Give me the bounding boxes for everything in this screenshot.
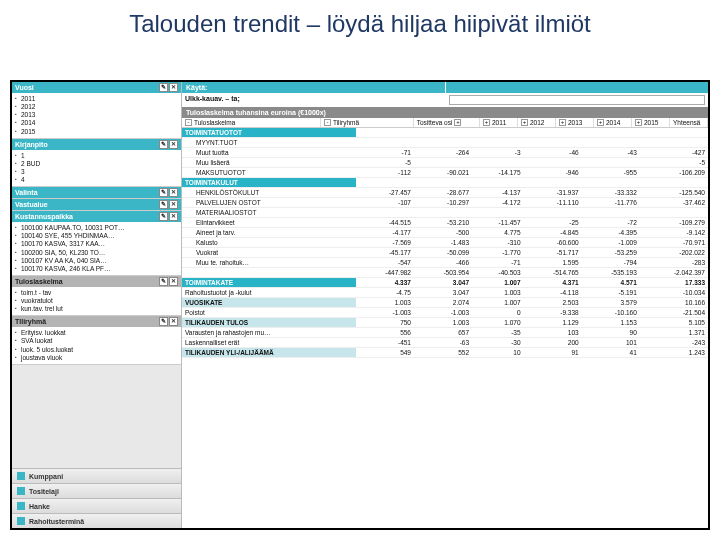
table-row[interactable]: Muu lisäerä-5-5 xyxy=(182,158,708,168)
cell-value: 1.003 xyxy=(356,298,414,308)
table-row[interactable]: TOIMINTAKULUT xyxy=(182,178,708,188)
filter-item[interactable]: 2 BUD xyxy=(15,160,178,168)
accordion-label: Tositelaji xyxy=(29,488,59,495)
table-row[interactable]: HENKILÖSTÖKULUT-27.457-28.677-4.137-31.9… xyxy=(182,188,708,198)
table-row[interactable]: Muut tuotta-71-264-3-46-43-427 xyxy=(182,148,708,158)
accordion-item[interactable]: Hanke xyxy=(12,498,181,513)
table-row[interactable]: Rahoitustuotot ja -kulut-4.753.0471.003-… xyxy=(182,288,708,298)
filter-item[interactable]: 100140 SYE, 455 YHDINMAA… xyxy=(15,232,178,240)
expand-icon[interactable]: - xyxy=(185,119,192,126)
expand-icon[interactable]: - xyxy=(324,119,331,126)
cell-value: -11.110 xyxy=(524,198,582,208)
expand-icon[interactable]: + xyxy=(483,119,490,126)
edit-icon[interactable]: ✎ xyxy=(159,188,168,197)
panel-header[interactable]: Vastualue✎✕ xyxy=(12,199,181,210)
col-year[interactable]: 2014 xyxy=(606,119,620,126)
filter-item[interactable]: 100100 KAUPAA.TO, 10031 POT… xyxy=(15,224,178,232)
col-tositteva[interactable]: Tositteva osi xyxy=(417,119,453,126)
close-icon[interactable]: ✕ xyxy=(169,200,178,209)
filter-item[interactable]: Erityisv. luokkat xyxy=(15,329,178,337)
filter-item[interactable]: 100107 KV AA KA, 040 SIA… xyxy=(15,257,178,265)
cell-value xyxy=(582,208,640,218)
edit-icon[interactable]: ✎ xyxy=(159,140,168,149)
table-row[interactable]: MYYNT.TUOT xyxy=(182,138,708,148)
panel-header[interactable]: Valinta✎✕ xyxy=(12,187,181,198)
filter-item[interactable]: joustava vluok xyxy=(15,354,178,362)
filter-item[interactable]: 2011 xyxy=(15,95,178,103)
table-row[interactable]: Elintarvikkeet-44.515-53.210-11.457-25-7… xyxy=(182,218,708,228)
table-row[interactable]: Kalusto-7.569-1.483-310-60.600-1.009-70.… xyxy=(182,238,708,248)
cell-value xyxy=(356,128,414,138)
cell-value: -27.457 xyxy=(356,188,414,198)
expand-icon[interactable]: + xyxy=(521,119,528,126)
col-year[interactable]: 2013 xyxy=(568,119,582,126)
table-row[interactable]: Laskennalliset erät-451-63-30200101-243 xyxy=(182,338,708,348)
filter-item[interactable]: 4 xyxy=(15,176,178,184)
expand-icon[interactable]: + xyxy=(559,119,566,126)
table-row[interactable]: Aineet ja tarv.-4.177-5004.775-4.845-4.3… xyxy=(182,228,708,238)
filter-item[interactable]: 100170 KASVA, 246 KLA PF… xyxy=(15,265,178,273)
filter-item[interactable]: vuokratulot xyxy=(15,297,178,305)
edit-icon[interactable]: ✎ xyxy=(159,317,168,326)
filter-item[interactable]: 2015 xyxy=(15,128,178,136)
table-row[interactable]: TOIMINTATUOTOT xyxy=(182,128,708,138)
edit-icon[interactable]: ✎ xyxy=(159,277,168,286)
panel-header[interactable]: Tuloslaskelma✎✕ xyxy=(12,276,181,287)
expand-icon[interactable]: + xyxy=(597,119,604,126)
close-icon[interactable]: ✕ xyxy=(169,188,178,197)
search-input[interactable] xyxy=(449,95,706,105)
col-year[interactable]: 2015 xyxy=(644,119,658,126)
cell-value: -202.022 xyxy=(640,248,708,258)
accordion-item[interactable]: Rahoitusterminä xyxy=(12,513,181,528)
filter-item[interactable]: 100200 SIA, 50, KL230 TO… xyxy=(15,249,178,257)
close-icon[interactable]: ✕ xyxy=(169,317,178,326)
filter-item[interactable]: 3 xyxy=(15,168,178,176)
panel-header[interactable]: Kustannuspaikka✎✕ xyxy=(12,211,181,222)
table-row[interactable]: TILIKAUDEN TULOS7501.0031.0701.1291.1535… xyxy=(182,318,708,328)
table-row[interactable]: -447.982-503.954-40.503-514.765-535.193-… xyxy=(182,268,708,278)
edit-icon[interactable]: ✎ xyxy=(159,200,168,209)
table-row[interactable]: TOIMINTAKATE4.3373.0471.0074.3714.57117.… xyxy=(182,278,708,288)
cell-value: -9.142 xyxy=(640,228,708,238)
filter-item[interactable]: luok. 5 ulos.luokat xyxy=(15,346,178,354)
close-icon[interactable]: ✕ xyxy=(169,277,178,286)
table-row[interactable]: MAKSUTUOTOT-112-90.021-14.175-946-955-10… xyxy=(182,168,708,178)
expand-icon[interactable]: + xyxy=(635,119,642,126)
filter-item[interactable]: 2012 xyxy=(15,103,178,111)
table-row[interactable]: Poistot-1.003-1.0030-9.338-10.160-21.504 xyxy=(182,308,708,318)
filter-item[interactable]: toim.t - tav xyxy=(15,289,178,297)
pivot-table[interactable]: TOIMINTATUOTOTMYYNT.TUOTMuut tuotta-71-2… xyxy=(182,128,708,358)
edit-icon[interactable]: ✎ xyxy=(159,212,168,221)
table-row[interactable]: MATERIAALIOSTOT xyxy=(182,208,708,218)
col-year[interactable]: 2012 xyxy=(530,119,544,126)
table-row[interactable]: PALVELUJEN OSTOT-107-10.297-4.172-11.110… xyxy=(182,198,708,208)
col-tuloslaskelma[interactable]: Tuloslaskelma xyxy=(194,119,235,126)
table-row[interactable]: Varausten ja rahastojen mu…556657-351039… xyxy=(182,328,708,338)
panel-header[interactable]: Tlliryhmä✎✕ xyxy=(12,316,181,327)
close-icon[interactable]: ✕ xyxy=(169,140,178,149)
panel-header[interactable]: Vuosi✎✕ xyxy=(12,82,181,93)
filter-item[interactable]: 2014 xyxy=(15,119,178,127)
table-row[interactable]: Muu te. rahoituk…-547-466-711.595-794-28… xyxy=(182,258,708,268)
filter-item[interactable]: 100170 KASVA, 3317 KAA… xyxy=(15,240,178,248)
edit-icon[interactable]: ✎ xyxy=(159,83,168,92)
filter-item[interactable]: SVA luokat xyxy=(15,337,178,345)
close-icon[interactable]: ✕ xyxy=(169,83,178,92)
close-icon[interactable]: ✕ xyxy=(169,212,178,221)
row-label: Muu te. rahoituk… xyxy=(182,258,356,268)
filter-item[interactable]: kun.tav. trel lut xyxy=(15,305,178,313)
col-year[interactable]: 2011 xyxy=(492,119,506,126)
expand-icon[interactable]: + xyxy=(454,119,461,126)
filter-item[interactable]: 1 xyxy=(15,152,178,160)
col-tiliryhma[interactable]: Tiliryhmä xyxy=(333,119,359,126)
col-total[interactable]: Yhteensä xyxy=(673,119,700,126)
search-value[interactable]: Ulkk-kauav. – ta; xyxy=(182,93,445,106)
accordion-item[interactable]: Tositelaji xyxy=(12,483,181,498)
panel-header[interactable]: Kirjanpito✎✕ xyxy=(12,139,181,150)
table-row[interactable]: VUOSIKATE1.0032.0741.0072.5033.57910.166 xyxy=(182,298,708,308)
filter-item[interactable]: 2013 xyxy=(15,111,178,119)
table-row[interactable]: Vuokrat-45.177-50.099-1.770-51.717-53.25… xyxy=(182,248,708,258)
cell-value: -50.099 xyxy=(414,248,472,258)
table-row[interactable]: TILIKAUDEN YLI-/ALIJÄÄMÄ5495521091411.24… xyxy=(182,348,708,358)
accordion-item[interactable]: Kumppani xyxy=(12,468,181,483)
